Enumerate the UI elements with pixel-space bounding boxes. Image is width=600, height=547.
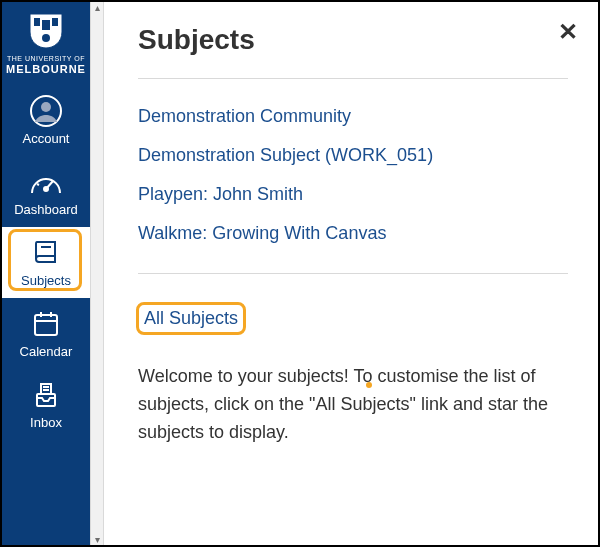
scroll-up-icon[interactable]: ▴ <box>91 2 103 13</box>
svg-rect-8 <box>35 315 57 335</box>
nav-label: Subjects <box>21 273 71 288</box>
subjects-icon <box>31 235 61 271</box>
calendar-icon <box>31 306 61 342</box>
dashboard-icon <box>29 164 63 200</box>
app-frame: THE UNIVERSITY OF MELBOURNE Account <box>0 0 600 547</box>
all-subjects-link[interactable]: All Subjects <box>138 304 244 333</box>
panel-title: Subjects <box>138 24 568 56</box>
institution-logo: THE UNIVERSITY OF MELBOURNE <box>6 8 86 85</box>
subject-link[interactable]: Demonstration Subject (WORK_051) <box>138 136 568 175</box>
nav-item-calendar[interactable]: Calendar <box>2 298 90 369</box>
all-subjects-wrap: All Subjects <box>138 304 244 333</box>
subjects-panel: ✕ Subjects Demonstration Community Demon… <box>104 2 598 545</box>
nav-item-subjects[interactable]: Subjects <box>2 227 90 298</box>
nav-label: Calendar <box>20 344 73 359</box>
svg-point-0 <box>42 34 50 42</box>
account-icon <box>29 93 63 129</box>
close-button[interactable]: ✕ <box>558 20 578 44</box>
subject-link[interactable]: Demonstration Community <box>138 97 568 136</box>
subject-list: Demonstration Community Demonstration Su… <box>138 97 568 253</box>
welcome-text: Welcome to your subjects! To customise t… <box>138 363 568 447</box>
subject-link[interactable]: Playpen: John Smith <box>138 175 568 214</box>
global-nav: THE UNIVERSITY OF MELBOURNE Account <box>2 2 90 545</box>
scrollbar[interactable]: ▴ ▾ <box>90 2 104 545</box>
nav-label: Dashboard <box>14 202 78 217</box>
nav-item-dashboard[interactable]: Dashboard <box>2 156 90 227</box>
nav-item-inbox[interactable]: Inbox <box>2 369 90 440</box>
inbox-icon <box>31 377 61 413</box>
nav-item-account[interactable]: Account <box>2 85 90 156</box>
institution-line1: THE UNIVERSITY OF <box>6 54 86 63</box>
institution-line2: MELBOURNE <box>6 63 86 75</box>
svg-point-2 <box>41 102 51 112</box>
nav-label: Inbox <box>30 415 62 430</box>
annotation-dot <box>366 382 372 388</box>
divider <box>138 273 568 274</box>
divider <box>138 78 568 79</box>
crest-icon <box>6 12 86 50</box>
subject-link[interactable]: Walkme: Growing With Canvas <box>138 214 568 253</box>
nav-label: Account <box>23 131 70 146</box>
svg-line-5 <box>37 184 39 185</box>
scroll-down-icon[interactable]: ▾ <box>91 534 103 545</box>
svg-line-4 <box>46 181 53 189</box>
